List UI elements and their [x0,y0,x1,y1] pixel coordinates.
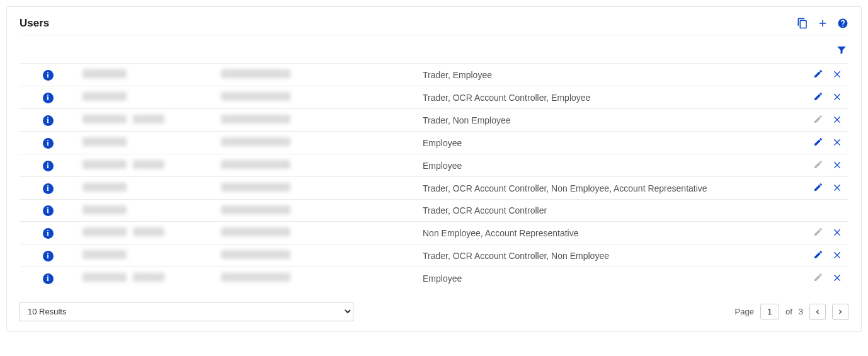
table-row: iTrader, OCR Account Controller, Employe… [20,86,848,109]
edit-icon [813,227,823,239]
roles-cell: Non Employee, Account Representative [416,222,792,244]
table-row: i Employee [20,154,848,177]
info-icon[interactable]: i [43,205,54,216]
table-footer: 10 Results25 Results50 Results Page of 3 [20,302,848,321]
fullname-cell [215,64,416,86]
roles-cell: Trader, OCR Account Controller, Non Empl… [416,244,792,267]
edit-icon[interactable] [813,69,823,81]
table-row: iTrader, Employee [20,64,848,86]
pager-prev-button[interactable] [809,304,826,320]
delete-icon[interactable] [832,91,842,103]
table-row: iEmployee [20,132,848,154]
table-row: i Employee [20,267,848,290]
pager-label-page: Page [735,307,754,316]
delete-icon[interactable] [832,159,842,171]
roles-cell: Employee [416,154,792,177]
info-icon[interactable]: i [43,183,54,194]
username-cell [76,267,215,290]
table-row: iTrader, OCR Account Controller, Non Emp… [20,177,848,200]
results-per-page-select[interactable]: 10 Results25 Results50 Results [20,302,353,321]
info-icon[interactable]: i [43,273,54,284]
username-cell [76,132,215,154]
info-icon[interactable]: i [43,161,54,171]
fullname-cell [215,154,416,177]
fullname-cell [215,86,416,109]
roles-cell: Employee [416,267,792,290]
fullname-cell [215,132,416,154]
roles-cell: Trader, OCR Account Controller, Non Empl… [416,177,792,200]
copy-icon[interactable] [797,18,808,29]
username-cell [76,177,215,200]
delete-icon[interactable] [832,182,842,194]
username-cell [76,86,215,109]
fullname-cell [215,267,416,290]
fullname-cell [215,222,416,244]
filter-bar [20,38,848,63]
filter-icon[interactable] [836,44,847,55]
info-icon[interactable]: i [43,93,54,103]
panel-actions [797,18,848,29]
username-cell [76,244,215,267]
page-title: Users [20,17,49,30]
delete-icon[interactable] [832,272,842,284]
roles-cell: Employee [416,132,792,154]
info-icon[interactable]: i [43,138,54,149]
table-row: iTrader, OCR Account Controller, Non Emp… [20,244,848,267]
fullname-cell [215,244,416,267]
roles-cell: Trader, OCR Account Controller [416,200,792,222]
users-table: iTrader, EmployeeiTrader, OCR Account Co… [20,63,848,289]
fullname-cell [215,109,416,132]
pager-label-of: of [785,307,792,316]
info-icon[interactable]: i [43,115,54,126]
edit-icon [813,114,823,126]
panel-header: Users [20,17,848,35]
fullname-cell [215,177,416,200]
pager-total: 3 [799,307,803,316]
pager: Page of 3 [735,304,848,320]
delete-icon[interactable] [832,137,842,149]
edit-icon [813,272,823,284]
info-icon[interactable]: i [43,228,54,239]
edit-icon[interactable] [813,137,823,149]
edit-icon[interactable] [813,250,823,261]
table-row: iTrader, OCR Account Controller [20,200,848,222]
edit-icon[interactable] [813,182,823,194]
roles-cell: Trader, Non Employee [416,109,792,132]
delete-icon[interactable] [832,114,842,126]
info-icon[interactable]: i [43,251,54,261]
pager-next-button[interactable] [832,304,848,320]
roles-cell: Trader, Employee [416,64,792,86]
delete-icon[interactable] [832,227,842,239]
users-panel: Users iTrader, EmployeeiTrader, OCR Acco… [6,6,862,332]
table-row: i Trader, Non Employee [20,109,848,132]
username-cell [76,109,215,132]
edit-icon [813,159,823,171]
username-cell [76,200,215,222]
username-cell [76,64,215,86]
username-cell [76,154,215,177]
help-icon[interactable] [837,18,848,29]
username-cell [76,222,215,244]
pager-current-input[interactable] [760,304,779,319]
add-icon[interactable] [817,18,828,29]
delete-icon[interactable] [832,250,842,261]
delete-icon[interactable] [832,69,842,81]
table-row: i Non Employee, Account Representative [20,222,848,244]
roles-cell: Trader, OCR Account Controller, Employee [416,86,792,109]
info-icon[interactable]: i [43,70,54,81]
edit-icon[interactable] [813,91,823,103]
fullname-cell [215,200,416,222]
